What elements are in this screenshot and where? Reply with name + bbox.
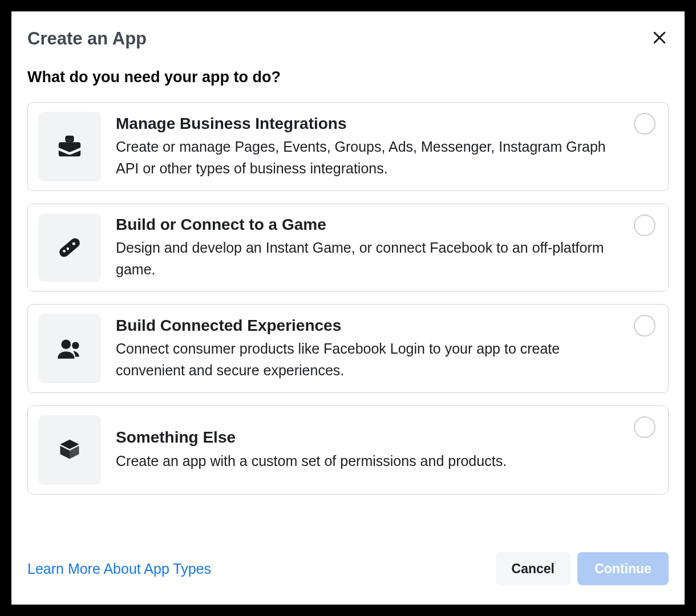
option-icon-box bbox=[38, 213, 101, 282]
option-build-connect-game[interactable]: Build or Connect to a Game Design and de… bbox=[27, 204, 669, 291]
svg-point-4 bbox=[63, 250, 66, 253]
option-title: Build Connected Experiences bbox=[116, 316, 621, 335]
close-button[interactable] bbox=[650, 29, 669, 47]
modal-title: Create an App bbox=[27, 29, 147, 49]
svg-point-5 bbox=[67, 248, 70, 250]
cancel-button[interactable]: Cancel bbox=[496, 552, 570, 585]
option-icon-box bbox=[38, 415, 101, 485]
footer-buttons: Cancel Continue bbox=[496, 552, 669, 585]
option-title: Manage Business Integrations bbox=[116, 114, 621, 133]
svg-point-8 bbox=[72, 342, 79, 350]
option-text: Build Connected Experiences Connect cons… bbox=[116, 316, 655, 382]
option-desc: Create or manage Pages, Events, Groups, … bbox=[116, 136, 621, 179]
modal-footer: Learn More About App Types Cancel Contin… bbox=[27, 541, 669, 585]
option-build-connected-experiences[interactable]: Build Connected Experiences Connect cons… bbox=[27, 304, 669, 393]
option-text: Manage Business Integrations Create or m… bbox=[116, 114, 655, 180]
modal-header: Create an App bbox=[27, 29, 669, 49]
radio-indicator[interactable] bbox=[634, 416, 655, 438]
users-icon bbox=[55, 334, 84, 363]
continue-button[interactable]: Continue bbox=[577, 552, 669, 585]
option-title: Something Else bbox=[116, 428, 621, 447]
radio-indicator[interactable] bbox=[634, 113, 655, 135]
option-desc: Design and develop an Instant Game, or c… bbox=[116, 237, 621, 280]
option-desc: Connect consumer products like Facebook … bbox=[116, 338, 621, 381]
svg-rect-3 bbox=[58, 236, 82, 259]
option-icon-box bbox=[38, 314, 101, 383]
option-text: Something Else Create an app with a cust… bbox=[116, 428, 655, 472]
close-icon bbox=[651, 29, 668, 46]
option-title: Build or Connect to a Game bbox=[116, 215, 621, 234]
modal-subtitle: What do you need your app to do? bbox=[27, 68, 669, 86]
cube-icon bbox=[57, 437, 82, 463]
radio-indicator[interactable] bbox=[634, 315, 655, 337]
svg-point-7 bbox=[61, 339, 71, 349]
radio-indicator[interactable] bbox=[634, 214, 655, 236]
option-desc: Create an app with a custom set of permi… bbox=[116, 451, 621, 472]
option-icon-box bbox=[38, 112, 101, 181]
option-something-else[interactable]: Something Else Create an app with a cust… bbox=[27, 406, 669, 495]
svg-point-6 bbox=[72, 242, 75, 245]
briefcase-icon bbox=[56, 133, 83, 160]
option-manage-business-integrations[interactable]: Manage Business Integrations Create or m… bbox=[27, 102, 669, 191]
gamepad-icon bbox=[55, 233, 84, 262]
option-list: Manage Business Integrations Create or m… bbox=[27, 102, 669, 495]
learn-more-link[interactable]: Learn More About App Types bbox=[27, 561, 211, 577]
option-text: Build or Connect to a Game Design and de… bbox=[116, 215, 655, 281]
create-app-modal: Create an App What do you need your app … bbox=[11, 11, 685, 605]
